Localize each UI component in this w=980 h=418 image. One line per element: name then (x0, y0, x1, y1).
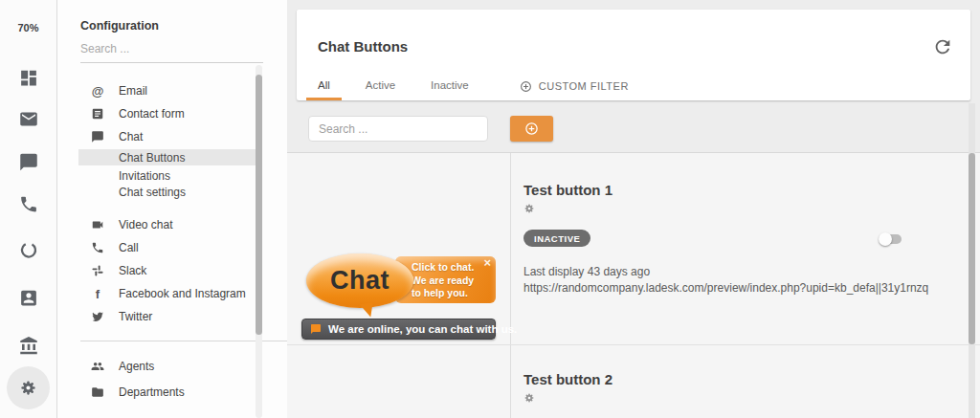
row-settings-gear-icon[interactable] (523, 203, 535, 214)
add-chat-button[interactable] (510, 116, 553, 142)
header-card: Chat Buttons All Active Inactive CUSTOM … (297, 10, 970, 100)
plus-circle-icon (524, 121, 539, 136)
config-scrollbar-thumb[interactable] (256, 75, 262, 335)
sidebar-item-email[interactable]: @ Email (57, 80, 287, 101)
mail-icon[interactable] (18, 109, 38, 129)
gear-icon (19, 379, 37, 397)
sidebar-item-invitations[interactable]: Invitations (78, 167, 258, 184)
preview-chat-bubble: Chat (306, 253, 413, 308)
preview-url-text: https://randomcompany.ladesk.com/preview… (523, 281, 928, 295)
zoom-level-label: 70% (0, 22, 56, 33)
sidebar-item-chat-settings[interactable]: Chat settings (78, 184, 258, 200)
row-title: Test button 1 (523, 182, 612, 198)
chat-buttons-list: Click to chat. We are ready to help you.… (287, 153, 980, 418)
icon-rail: 70% (0, 0, 57, 418)
slack-icon (91, 264, 104, 277)
phone-icon[interactable] (18, 194, 38, 214)
at-sign-icon: @ (91, 84, 104, 98)
list-search-input[interactable] (308, 116, 488, 142)
bank-icon[interactable] (18, 336, 38, 356)
preview-bubble-tail (360, 302, 375, 319)
preview-callout-text: Click to chat. We are ready to help you. (412, 261, 474, 300)
tab-all[interactable]: All (306, 72, 342, 100)
contact-card-icon[interactable] (18, 288, 38, 308)
twitter-icon (91, 310, 104, 323)
plus-circle-icon (520, 80, 532, 93)
sidebar-item-agents[interactable]: Agents (57, 356, 287, 377)
sidebar-item-contact-form[interactable]: Contact form (57, 103, 287, 124)
settings-fab[interactable] (7, 366, 50, 409)
column-divider (510, 153, 511, 418)
row-settings-gear-icon[interactable] (523, 392, 535, 404)
refresh-icon[interactable] (932, 36, 953, 57)
sidebar-item-call[interactable]: Call (57, 237, 287, 258)
tab-bar: All Active Inactive CUSTOM FILTER (306, 72, 633, 100)
row-enable-toggle[interactable] (879, 232, 904, 246)
facebook-icon: f (91, 287, 104, 300)
folder-icon (91, 385, 104, 399)
dashboard-icon[interactable] (18, 68, 38, 88)
config-search-input[interactable] (80, 40, 263, 63)
page-title: Chat Buttons (318, 38, 408, 55)
document-icon (91, 107, 104, 121)
sidebar-item-twitter[interactable]: Twitter (57, 306, 287, 327)
sidebar-item-video-chat[interactable]: Video chat (57, 214, 287, 235)
preview-online-bar: We are online, you can chat with us. (301, 319, 496, 340)
sidebar-item-facebook-instagram[interactable]: f Facebook and Instagram (57, 283, 287, 304)
phone-icon (91, 241, 104, 254)
close-icon: × (483, 255, 491, 270)
last-display-text: Last display 43 days ago (523, 265, 650, 278)
chat-icon[interactable] (18, 152, 38, 172)
tab-active[interactable]: Active (354, 72, 407, 100)
row-title: Test button 2 (523, 371, 612, 387)
configuration-panel: Configuration @ Email Contact form Chat … (57, 0, 287, 418)
custom-filter-button[interactable]: CUSTOM FILTER (516, 72, 633, 100)
tab-inactive[interactable]: Inactive (419, 72, 480, 100)
list-scrollbar-thumb[interactable] (969, 153, 975, 344)
videocam-icon (91, 218, 104, 231)
main-content: Chat Buttons All Active Inactive CUSTOM … (287, 0, 980, 418)
sidebar-item-slack[interactable]: Slack (57, 260, 287, 281)
row-divider (287, 344, 980, 345)
chat-bubble-icon (91, 130, 104, 143)
chat-bubble-icon (310, 323, 322, 335)
sidebar-item-chat-buttons[interactable]: Chat Buttons (78, 149, 258, 165)
chat-button-preview: Click to chat. We are ready to help you.… (301, 251, 498, 342)
configuration-title: Configuration (80, 19, 159, 33)
sidebar-item-chat[interactable]: Chat (57, 126, 287, 147)
ring-icon[interactable] (18, 240, 38, 260)
status-badge: INACTIVE (523, 230, 590, 247)
sidebar-item-departments[interactable]: Departments (57, 382, 287, 403)
agents-icon (91, 360, 104, 373)
